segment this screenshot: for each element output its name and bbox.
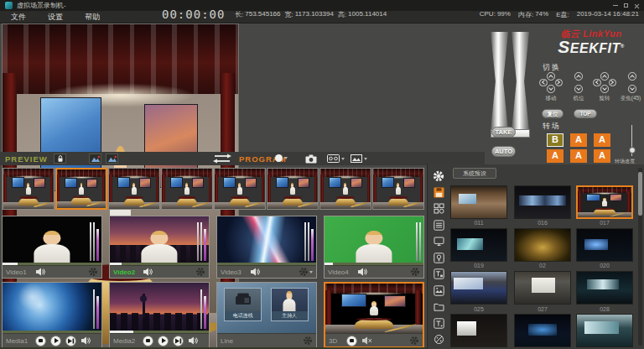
auto-button[interactable]: AUTO [491,146,516,157]
preset-thumb-019[interactable] [450,228,507,262]
scene-angle-thumb-6[interactable] [267,168,319,210]
source-video4-tile[interactable]: Video4 [324,216,424,279]
speaker-muted-icon[interactable] [361,336,372,345]
text-icon[interactable] [433,268,445,280]
reset-button[interactable]: 复位 [542,109,564,118]
transition-button-a4[interactable]: A [570,149,587,163]
gear-icon[interactable] [303,336,313,346]
gear-icon[interactable] [410,267,420,277]
source-video2-tile[interactable]: Video2 [109,216,210,279]
tape-record-icon[interactable] [327,154,345,163]
arrow-down-button[interactable] [628,85,636,93]
speaker-icon[interactable] [250,268,260,276]
dropdown-caret-icon[interactable] [309,271,313,273]
lock-icon[interactable] [54,154,66,164]
play-icon[interactable] [50,336,61,346]
stop-icon[interactable] [35,336,46,346]
preset-thumb-025[interactable] [450,271,507,305]
scene-angle-thumb-5[interactable] [214,168,266,210]
scene-angle-thumb-8[interactable] [372,168,424,210]
preset-scrollbar[interactable] [638,168,642,346]
speaker-icon[interactable] [143,268,153,276]
stop-icon[interactable] [346,336,357,346]
arrow-up-button[interactable] [574,72,583,81]
layout-grid-icon[interactable] [433,202,445,215]
phone-call-box[interactable]: 电话连线 [224,288,262,321]
source-video1-tile[interactable]: Video1 [2,216,102,279]
maximize-icon[interactable] [624,3,628,8]
preset-tab[interactable]: 系统预设 [453,168,496,179]
palette-icon[interactable] [433,333,445,346]
preset-thumb-028[interactable] [576,271,633,305]
menu-help[interactable]: 帮助 [74,12,111,23]
slider-knob[interactable] [629,147,636,154]
minimize-icon[interactable] [613,5,618,7]
arrow-left-button[interactable] [539,79,548,87]
close-icon[interactable] [634,3,639,8]
arrow-left-button[interactable] [593,79,601,87]
arrow-down-button[interactable] [574,85,583,93]
next-icon[interactable] [65,336,76,346]
scene-angle-thumb-4[interactable] [161,168,213,210]
host-box[interactable]: 主持人 [271,288,309,321]
record-icon[interactable] [275,154,288,162]
swap-arrows-icon[interactable] [211,154,233,164]
top-button[interactable]: TOP [574,109,597,118]
scene-angle-thumb-2-selected[interactable] [55,168,107,210]
speaker-icon[interactable] [357,268,367,276]
preset-thumb-extra-1[interactable] [450,314,507,347]
gear-icon[interactable] [88,267,98,277]
source-media1-tile[interactable]: Media1 [2,282,102,348]
play-icon[interactable] [158,336,169,346]
preset-thumb-011[interactable] [450,185,507,219]
transition-button-b[interactable]: B [547,133,564,147]
speaker-icon[interactable] [188,336,198,345]
scene-angle-thumb-7[interactable] [319,168,371,210]
arrow-up-button[interactable] [600,72,609,81]
scene-angle-thumb-3[interactable] [108,168,160,210]
image-layers-icon[interactable] [433,284,445,297]
text-alt-icon[interactable] [433,317,445,330]
preset-thumb-017-selected[interactable] [576,185,633,219]
gear-icon[interactable] [195,267,205,277]
preset-thumb-extra-2[interactable] [514,314,571,347]
source-3d-tile[interactable]: 3D [324,282,424,348]
transition-button-a1[interactable]: A [570,133,587,147]
speaker-icon[interactable] [80,336,91,345]
arrow-down-button[interactable] [600,85,609,93]
preset-thumb-027[interactable] [514,271,571,305]
arrow-up-button[interactable] [628,72,636,81]
menu-settings[interactable]: 设置 [37,12,74,23]
arrow-down-button[interactable] [547,85,555,93]
image-edit-icon[interactable] [89,154,101,164]
preset-thumb-016[interactable] [514,185,571,219]
transition-speed-slider[interactable] [629,125,635,156]
stop-icon[interactable] [143,336,153,346]
arrow-up-button[interactable] [547,72,555,81]
speaker-icon[interactable] [35,268,45,276]
next-icon[interactable] [173,336,184,346]
transition-button-a3[interactable]: A [547,149,564,163]
scene-angle-thumb-1[interactable] [3,168,55,210]
preset-thumb-020[interactable] [576,228,633,262]
light-icon[interactable] [433,252,445,264]
folder-icon[interactable] [433,300,445,313]
tbar-fader[interactable] [491,32,530,141]
list-icon[interactable] [433,219,445,232]
menu-file[interactable]: 文件 [0,12,37,23]
image-edit-alt-icon[interactable] [106,154,118,164]
gear-icon[interactable] [409,336,419,346]
scrollbar-thumb[interactable] [638,172,642,216]
source-media2-tile[interactable]: Media2 [109,282,210,348]
monitor-icon[interactable] [433,235,445,247]
preset-thumb-02[interactable] [514,228,571,262]
source-line-tile[interactable]: 电话连线 主持人 Line [216,282,317,348]
arrow-right-button[interactable] [555,79,564,87]
camera-snapshot-icon[interactable] [305,154,317,164]
preset-thumb-extra-3[interactable] [576,314,633,347]
source-video3-tile[interactable]: Video3 [216,216,317,279]
save-icon[interactable] [433,186,445,199]
image-capture-icon[interactable] [351,154,367,163]
gear-icon[interactable] [433,169,445,182]
transition-button-a2[interactable]: A [594,133,610,147]
